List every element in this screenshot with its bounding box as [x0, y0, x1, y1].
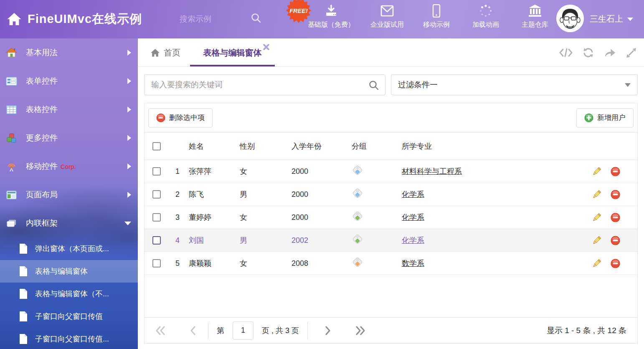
sidebar-item-more-controls[interactable]: 更多控件 — [0, 124, 138, 152]
table-row[interactable]: 3 董婷婷 女 2000 化学系 — [145, 206, 637, 229]
chevron-right-icon — [127, 192, 131, 198]
major-link[interactable]: 化学系 — [402, 236, 424, 245]
prev-page-button[interactable] — [190, 326, 195, 335]
download-icon — [325, 4, 338, 18]
keyword-search-input[interactable] — [145, 75, 385, 95]
table-row[interactable]: 1 张萍萍 女 2000 材料科学与工程系 — [145, 160, 637, 183]
nav-item-theme-repo[interactable]: 主题仓库 — [510, 4, 560, 29]
delete-row-icon[interactable] — [611, 236, 620, 245]
app-logo[interactable]: FineUIMvc在线示例 — [7, 11, 142, 28]
search-icon[interactable] — [251, 13, 261, 23]
share-icon[interactable] — [604, 48, 616, 58]
pager-divider — [307, 322, 308, 339]
file-icon — [18, 243, 28, 254]
next-page-button[interactable] — [325, 326, 331, 335]
filter-bar: 过滤条件一 — [138, 67, 644, 103]
tab-grid-edit-window[interactable]: 表格与编辑窗体 — [190, 38, 275, 67]
edit-row-icon[interactable] — [592, 259, 601, 268]
column-header-gender[interactable]: 性别 — [236, 141, 288, 151]
search-icon[interactable] — [368, 80, 379, 91]
sidebar-subitem-grid-edit-window[interactable]: 表格与编辑窗体 — [0, 260, 138, 283]
cell-name: 张萍萍 — [185, 166, 236, 176]
delete-row-icon[interactable] — [611, 259, 620, 268]
column-header-year[interactable]: 入学年份 — [288, 141, 348, 151]
sidebar-item-page-layout[interactable]: 页面布局 — [0, 181, 138, 209]
nav-item-enterprise-trial[interactable]: 企业版试用 — [363, 4, 412, 29]
table-header-row: 姓名 性别 入学年份 分组 所学专业 — [145, 132, 637, 160]
grid-empty-area — [145, 275, 637, 317]
cell-year: 2000 — [288, 190, 348, 199]
sidebar-item-grid-controls[interactable]: 表格控件 — [0, 95, 138, 124]
row-checkbox[interactable] — [152, 167, 161, 176]
refresh-icon[interactable] — [583, 47, 594, 58]
sidebar-subitem-child-to-parent-2[interactable]: 子窗口向父窗口传值... — [0, 328, 138, 349]
table-row[interactable]: 5 康颖颖 女 2008 数学系 — [145, 252, 637, 275]
major-link[interactable]: 化学系 — [402, 213, 424, 222]
chevron-right-icon — [127, 107, 131, 112]
chevron-down-icon — [627, 18, 633, 21]
row-checkbox[interactable] — [152, 259, 161, 267]
close-icon[interactable] — [263, 44, 269, 50]
nav-label: 加载动画 — [472, 20, 499, 29]
sidebar-item-iframe[interactable]: 内联框架 — [0, 209, 138, 237]
column-header-name[interactable]: 姓名 — [185, 141, 236, 151]
nav-item-loading-animations[interactable]: 加载动画 — [461, 4, 510, 29]
select-all-checkbox[interactable] — [152, 142, 161, 150]
sidebar-subitem-grid-edit-window-2[interactable]: 表格与编辑窗体（不... — [0, 283, 138, 305]
major-link[interactable]: 材料科学与工程系 — [402, 167, 462, 176]
edit-row-icon[interactable] — [592, 167, 601, 176]
delete-row-icon[interactable] — [611, 190, 620, 199]
last-page-button[interactable] — [355, 326, 365, 335]
header-search-input[interactable] — [180, 13, 248, 26]
sidebar-subitem-child-to-parent[interactable]: 子窗口向父窗口传值 — [0, 305, 138, 328]
mobile-icon — [432, 4, 441, 18]
expand-icon[interactable] — [626, 48, 636, 58]
user-avatar[interactable] — [556, 5, 584, 32]
nav-item-basic-free[interactable]: 基础版（免费） — [300, 4, 363, 29]
row-checkbox[interactable] — [152, 213, 161, 222]
file-icon — [18, 311, 28, 322]
user-menu[interactable]: 三生石上 — [590, 13, 633, 25]
cell-name: 刘国 — [185, 235, 236, 245]
delete-row-icon[interactable] — [611, 167, 620, 176]
first-page-button[interactable] — [155, 326, 165, 335]
delete-row-icon[interactable] — [611, 213, 620, 222]
grid-toolbar: 删除选中项 新增用户 — [145, 103, 637, 132]
chevron-down-icon — [124, 222, 131, 225]
edit-row-icon[interactable] — [592, 213, 601, 222]
row-checkbox[interactable] — [152, 236, 161, 245]
grid-panel: 删除选中项 新增用户 姓名 性别 入学年份 分组 — [144, 103, 638, 344]
tab-label: 表格与编辑窗体 — [203, 47, 262, 59]
row-checkbox[interactable] — [152, 190, 161, 199]
cell-year: 2000 — [288, 167, 348, 176]
username: 三生石上 — [590, 13, 623, 25]
table-row[interactable]: 2 陈飞 男 2000 化学系 — [145, 183, 637, 206]
sidebar-subitem-popup-window[interactable]: 弹出窗体（本页面或... — [0, 237, 138, 260]
major-link[interactable]: 数学系 — [402, 259, 424, 267]
page-number-input[interactable] — [233, 321, 254, 340]
column-header-major[interactable]: 所学专业 — [398, 141, 575, 151]
keyword-search-box — [144, 74, 385, 95]
sidebar-item-form-controls[interactable]: 表单控件 — [0, 67, 138, 95]
header-nav: 基础版（免费） 企业版试用 移动示例 — [300, 4, 560, 29]
chevron-right-icon — [127, 135, 131, 141]
filter-dropdown[interactable]: 过滤条件一 — [391, 74, 638, 95]
major-link[interactable]: 化学系 — [402, 190, 424, 199]
add-user-button[interactable]: 新增用户 — [576, 108, 634, 127]
nav-label: 移动示例 — [423, 20, 450, 29]
edit-row-icon[interactable] — [592, 236, 601, 245]
row-number: 5 — [169, 259, 185, 268]
column-header-group[interactable]: 分组 — [348, 141, 398, 151]
table-row-selected[interactable]: 4 刘国 男 2002 化学系 — [145, 229, 637, 252]
sidebar-item-label: 内联框架 — [26, 218, 58, 229]
tab-home[interactable]: 首页 — [150, 38, 180, 67]
sidebar-item-basic-usage[interactable]: 基本用法 — [0, 38, 138, 67]
cell-gender: 女 — [236, 258, 288, 268]
row-number: 3 — [169, 213, 185, 222]
nav-item-mobile-demo[interactable]: 移动示例 — [412, 4, 461, 29]
tab-label: 首页 — [164, 47, 180, 59]
source-code-icon[interactable] — [559, 48, 573, 58]
sidebar-item-mobile-controls[interactable]: 移动控件 Corp. — [0, 152, 138, 181]
delete-selected-button[interactable]: 删除选中项 — [148, 108, 213, 127]
edit-row-icon[interactable] — [592, 190, 601, 199]
